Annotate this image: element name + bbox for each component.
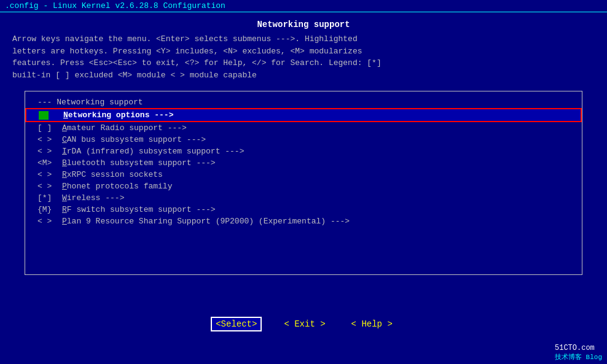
- header-line4: built-in [ ] excluded <M> module < > mod…: [12, 69, 595, 82]
- menu-item-hotkey: R: [62, 170, 67, 179]
- menu-item-wireless[interactable]: [*]Wireless --->: [25, 192, 582, 204]
- watermark-line2: 技术博客 Blog: [555, 352, 602, 362]
- menu-item-hotkey: A: [62, 123, 67, 133]
- menu-item-hotkey: N: [63, 110, 68, 120]
- header-section: Networking support Arrow keys navigate t…: [12, 16, 595, 85]
- menu-item-hotkey: B: [62, 158, 67, 168]
- green-block-icon: [39, 111, 49, 120]
- exit-button[interactable]: < Exit >: [280, 318, 329, 330]
- menu-item-indicator: [39, 111, 63, 120]
- menu-item-label: Bluetooth subsystem support --->: [62, 158, 216, 168]
- menu-item-networking-options[interactable]: Networking options --->: [25, 108, 582, 122]
- title-text: .config - Linux Kernel v2.6.28.8 Configu…: [5, 1, 225, 10]
- menu-header: --- Networking support: [25, 96, 582, 108]
- menu-item-plan9[interactable]: < >Plan 9 Resource Sharing Support (9P20…: [25, 215, 582, 227]
- menu-item-label: Networking options --->: [63, 110, 173, 120]
- menu-items-container: Networking options --->[ ]Amateur Radio …: [25, 108, 582, 227]
- menu-item-label: IrDA (infrared) subsystem support --->: [62, 147, 244, 156]
- menu-item-rf-switch[interactable]: {M}RF switch subsystem support --->: [25, 204, 582, 215]
- select-button[interactable]: <Select>: [211, 317, 262, 331]
- menu-item-irda[interactable]: < >IrDA (infrared) subsystem support ---…: [25, 145, 582, 157]
- menu-item-indicator: < >: [37, 135, 62, 144]
- menu-box: --- Networking support Networking option…: [25, 91, 582, 275]
- header-line3: features. Press <Esc><Esc> to exit, <?> …: [12, 57, 595, 69]
- header-line1: Arrow keys navigate the menu. <Enter> se…: [12, 33, 595, 45]
- menu-item-amateur-radio[interactable]: [ ]Amateur Radio support --->: [25, 122, 582, 134]
- menu-item-indicator: < >: [37, 217, 62, 226]
- menu-item-label: CAN bus subsystem support --->: [62, 135, 206, 144]
- menu-item-indicator: {M}: [37, 205, 62, 214]
- help-button[interactable]: < Help >: [348, 318, 396, 330]
- menu-item-phonet[interactable]: < >Phonet protocols family: [25, 180, 582, 192]
- menu-item-bluetooth[interactable]: <M>Bluetooth subsystem support --->: [25, 157, 582, 169]
- menu-item-hotkey: W: [62, 193, 67, 203]
- menu-item-rxrpc[interactable]: < >RxRPC session sockets: [25, 169, 582, 180]
- menu-item-hotkey: R: [62, 205, 67, 214]
- title-bar: .config - Linux Kernel v2.6.28.8 Configu…: [0, 0, 607, 12]
- header-instructions: Arrow keys navigate the menu. <Enter> se…: [12, 33, 595, 81]
- watermark-line1: 51CTO.com: [555, 344, 602, 352]
- menu-item-hotkey: I: [62, 147, 67, 156]
- menu-item-indicator: < >: [37, 170, 62, 179]
- menu-item-indicator: [*]: [37, 193, 62, 203]
- button-bar: <Select> < Exit > < Help >: [0, 312, 607, 336]
- menu-item-hotkey: C: [62, 135, 67, 144]
- menu-item-indicator: <M>: [37, 158, 62, 168]
- menu-item-indicator: < >: [37, 182, 62, 191]
- header-title: Networking support: [12, 20, 595, 29]
- menu-item-label: Phonet protocols family: [62, 182, 172, 191]
- menu-item-can-bus[interactable]: < >CAN bus subsystem support --->: [25, 134, 582, 145]
- menu-item-indicator: < >: [37, 147, 62, 156]
- menu-item-label: Amateur Radio support --->: [62, 123, 187, 133]
- main-container: Networking support Arrow keys navigate t…: [0, 12, 607, 285]
- menu-item-label: Wireless --->: [62, 193, 124, 203]
- menu-item-label: RxRPC session sockets: [62, 170, 163, 179]
- menu-item-hotkey: P: [62, 217, 67, 226]
- watermark: 51CTO.com 技术博客 Blog: [550, 341, 607, 364]
- menu-item-hotkey: P: [62, 182, 67, 191]
- menu-item-label: Plan 9 Resource Sharing Support (9P2000)…: [62, 217, 350, 226]
- header-line2: letters are hotkeys. Pressing <Y> includ…: [12, 45, 595, 58]
- menu-item-label: RF switch subsystem support --->: [62, 205, 216, 214]
- menu-item-indicator: [ ]: [37, 123, 62, 133]
